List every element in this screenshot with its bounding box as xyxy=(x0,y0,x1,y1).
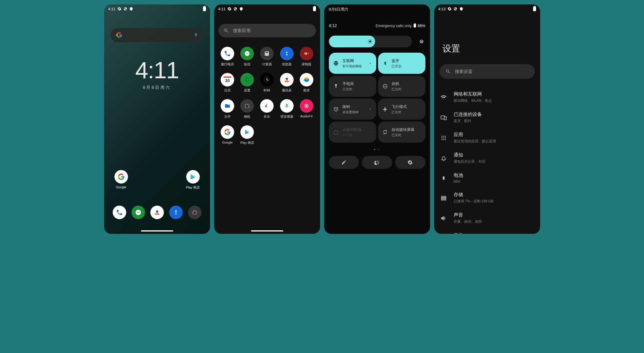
qs-tile-bt[interactable]: 蓝牙已开启 xyxy=(378,53,425,74)
battery-icon xyxy=(313,6,316,11)
app-item[interactable]: 语音搜索 xyxy=(277,99,297,119)
dock-phone[interactable] xyxy=(113,206,126,219)
settings-item-display[interactable]: 显示深色主题、字体大小、亮度 xyxy=(434,228,540,234)
app-label: AudioFX xyxy=(297,114,316,118)
settings-item-wifi[interactable]: 网络和互联网移动网络、WLAN、热点 xyxy=(434,87,540,107)
nav-handle[interactable] xyxy=(251,230,283,232)
item-title: 声音 xyxy=(454,212,482,218)
app-item[interactable]: Play 商店 xyxy=(237,125,257,145)
brightness-slider[interactable]: A xyxy=(329,36,425,47)
item-subtitle: 86% xyxy=(454,179,463,184)
app-google[interactable]: Google xyxy=(112,170,130,190)
settings-item-devices[interactable]: 已连接的设备蓝牙、配对 xyxy=(434,107,540,128)
dock-messages[interactable] xyxy=(132,206,145,219)
qs-tile-rotate[interactable]: 自动旋转屏幕已关闭 xyxy=(378,121,425,143)
auto-brightness-toggle[interactable]: A xyxy=(418,38,425,45)
app-icon xyxy=(300,47,313,60)
qs-tile-torch[interactable]: 手电筒已关闭 xyxy=(329,76,376,97)
app-label: 语音搜索 xyxy=(277,114,297,119)
app-item[interactable]: 时钟 xyxy=(257,73,277,93)
nav-handle[interactable] xyxy=(141,230,173,232)
svg-point-23 xyxy=(246,105,248,107)
app-item[interactable]: 浏览器 xyxy=(277,47,297,66)
battery-icon xyxy=(414,24,416,28)
app-icon: 30 xyxy=(221,73,234,86)
status-bar: 4:11 xyxy=(214,4,320,13)
app-item[interactable]: 短信 xyxy=(237,47,257,66)
settings-item-apps[interactable]: 应用最近使用的应用、默认应用 xyxy=(434,128,540,148)
clock-widget[interactable]: 4:11 8月6日周六 xyxy=(104,57,210,90)
search-bar[interactable] xyxy=(111,28,204,42)
qs-time: 4:12 xyxy=(329,23,337,28)
app-item[interactable]: 文件 xyxy=(218,99,237,119)
app-item[interactable]: 30日历 xyxy=(218,73,237,93)
qs-tile-globe[interactable]: 互联网有可用的网络 xyxy=(329,53,376,74)
settings-item-sound[interactable]: 声音音量、振动、勿扰 xyxy=(434,208,540,228)
app-item[interactable]: 计算器 xyxy=(257,47,277,66)
qs-tile-plane[interactable]: 飞行模式已关闭 xyxy=(378,99,425,120)
app-label: Play 商店 xyxy=(237,141,257,145)
settings-item-storage[interactable]: 存储已使用 7% - 还剩 239 GB xyxy=(434,188,540,208)
status-time: 4:13 xyxy=(438,7,446,11)
tile-title: 自动旋转屏幕 xyxy=(392,127,421,132)
bt-icon xyxy=(382,60,388,66)
page-title: 设置 xyxy=(434,13,540,62)
app-label: 设置 xyxy=(237,88,257,93)
app-item[interactable]: Google xyxy=(218,125,237,145)
power-button[interactable] xyxy=(362,156,392,169)
app-item[interactable]: 设置 xyxy=(237,73,257,93)
app-label: 短信 xyxy=(237,62,257,66)
wifi-icon xyxy=(440,94,447,101)
settings-item-battery[interactable]: 电池86% xyxy=(434,168,540,188)
mic-icon[interactable] xyxy=(194,32,198,38)
edit-tiles-button[interactable] xyxy=(329,156,359,169)
svg-point-38 xyxy=(443,137,444,138)
app-icon xyxy=(221,99,234,113)
qs-tile-dnd[interactable]: 勿扰已关闭 xyxy=(378,76,425,97)
app-item[interactable]: 通讯录 xyxy=(277,73,297,93)
tile-subtitle: 有可用的网络 xyxy=(342,64,365,69)
svg-point-4 xyxy=(156,210,158,213)
battery-icon xyxy=(203,6,206,11)
svg-point-7 xyxy=(246,53,246,54)
app-item[interactable]: 相机 xyxy=(237,99,257,119)
dock-browser[interactable] xyxy=(169,206,183,219)
app-icon xyxy=(280,73,294,86)
gear-icon xyxy=(447,7,452,11)
bell-icon xyxy=(440,155,447,162)
tile-subtitle: 已关闭 xyxy=(392,87,421,91)
rotate-icon xyxy=(382,129,388,135)
app-icon xyxy=(221,125,234,139)
auto-brightness-icon: A xyxy=(419,39,425,44)
dock-contacts[interactable] xyxy=(150,206,164,219)
alarm-icon xyxy=(333,106,339,112)
svg-rect-46 xyxy=(441,198,446,199)
svg-point-39 xyxy=(445,137,446,138)
app-item[interactable]: 音乐 xyxy=(257,99,277,119)
app-item[interactable]: AudioFX xyxy=(297,99,316,119)
sound-icon xyxy=(440,215,447,222)
search-apps[interactable]: 搜索应用 xyxy=(218,24,316,37)
svg-point-2 xyxy=(138,212,139,213)
app-label: Google xyxy=(112,185,130,189)
settings-item-bell[interactable]: 通知通知历史记录、对话 xyxy=(434,148,540,168)
app-item[interactable]: 录制器 xyxy=(297,47,316,66)
dnd-icon xyxy=(382,83,388,89)
app-play-store[interactable]: Play 商店 xyxy=(184,170,202,190)
quick-settings: 8月6日周六 4:12 Emergency calls only 86% A 互… xyxy=(324,4,430,234)
svg-point-8 xyxy=(247,53,247,54)
svg-rect-44 xyxy=(443,176,444,177)
app-icon xyxy=(240,125,254,139)
app-item[interactable]: 拨打电话 xyxy=(218,47,237,66)
svg-point-22 xyxy=(286,78,288,80)
phone-icon xyxy=(116,209,123,216)
app-item[interactable]: 图库 xyxy=(297,73,316,93)
settings-button[interactable] xyxy=(395,156,425,169)
qs-tile-alarm[interactable]: 闹钟未设置闹钟 xyxy=(329,99,376,120)
item-subtitle: 已使用 7% - 还剩 239 GB xyxy=(454,199,493,204)
search-settings[interactable]: 搜索设置 xyxy=(440,64,535,79)
svg-rect-19 xyxy=(306,52,307,54)
clock-date: 8月6日周六 xyxy=(104,85,210,90)
settings-app: 4:13 设置 搜索设置 网络和互联网移动网络、WLAN、热点 已连接的设备蓝牙… xyxy=(434,4,540,234)
dock-camera[interactable] xyxy=(188,206,202,219)
